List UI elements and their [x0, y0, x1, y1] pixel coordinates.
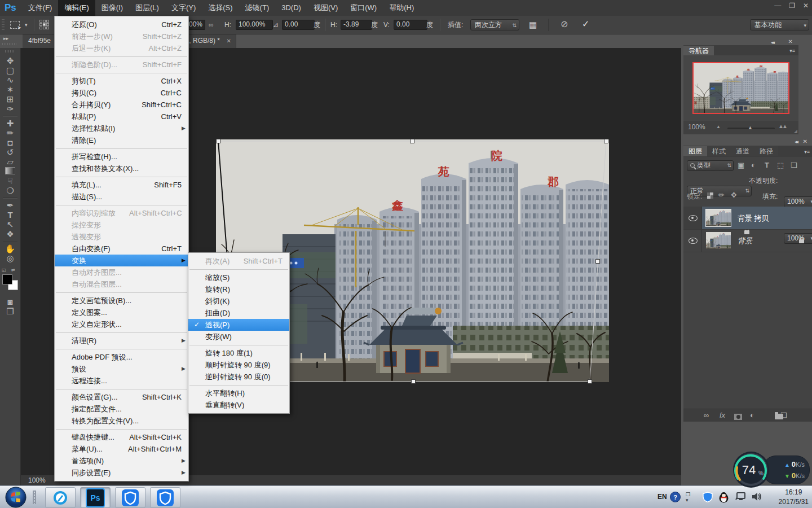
menu-view[interactable]: 视图(V)	[307, 0, 344, 16]
menu-layer[interactable]: 图层(L)	[129, 0, 165, 16]
volume-icon[interactable]	[751, 492, 762, 502]
navigator-thumbnail[interactable]	[692, 62, 789, 114]
tab-styles[interactable]: 样式	[707, 146, 731, 156]
menu-item-clear[interactable]: 清除(E)	[55, 134, 188, 146]
magic-wand-tool[interactable]: ✶	[0, 85, 20, 94]
path-selection-tool[interactable]: ↖	[0, 220, 20, 229]
layers-collapse-icon[interactable]: ◂◂	[795, 139, 797, 144]
lasso-tool[interactable]: ∿	[0, 75, 20, 85]
submenu-item-rotate-180[interactable]: 旋转 180 度(1)	[188, 347, 289, 359]
layer-row-background-copy[interactable]: 背景 拷贝	[683, 207, 812, 230]
input-method-help-icon[interactable]: ?	[670, 492, 681, 502]
default-colors-icon[interactable]: ◱	[2, 268, 6, 273]
commit-transform-icon[interactable]: ✓	[582, 19, 589, 29]
eyedropper-tool[interactable]: ✑	[0, 104, 20, 113]
navigator-zoom-slider[interactable]: ▲	[727, 128, 775, 129]
navigator-tab[interactable]: 导航器	[683, 46, 714, 56]
tab-channels[interactable]: 通道	[731, 146, 754, 156]
navigator-panel-menu-icon[interactable]: ▾≡	[789, 48, 795, 54]
navigator-zoom-in-icon[interactable]: ▲▲	[778, 123, 786, 129]
new-layer-icon[interactable]: ❏	[780, 411, 787, 419]
submenu-item-flip-horizontal[interactable]: 水平翻转(H)	[188, 387, 289, 399]
status-zoom-level[interactable]: 100%	[28, 476, 46, 484]
menu-file[interactable]: 文件(F)	[22, 0, 59, 16]
layers-close-icon[interactable]: ✕	[803, 138, 807, 144]
menu-item-sync-settings[interactable]: 同步设置(E)▶	[55, 467, 188, 479]
submenu-item-rotate-90-cw[interactable]: 顺时针旋转 90 度(9)	[188, 359, 289, 371]
optionsbar-grip[interactable]	[2, 19, 5, 30]
close-button[interactable]: ✕	[803, 2, 809, 10]
menu-edit[interactable]: 编辑(E)	[58, 0, 95, 16]
add-layer-mask-icon[interactable]	[734, 414, 742, 420]
menu-item-undo[interactable]: 还原(O)Ctrl+Z	[55, 19, 188, 30]
smudge-tool[interactable]: ☟	[0, 176, 20, 186]
move-tool[interactable]: ✥	[0, 56, 20, 65]
pen-tool[interactable]: ✒	[0, 200, 20, 210]
layer-name[interactable]: 背景 拷贝	[738, 213, 769, 224]
opacity-dropdown[interactable]: 100%▾	[784, 196, 812, 207]
menu-help[interactable]: 帮助(H)	[383, 0, 420, 16]
tab-close-icon[interactable]: ✕	[227, 34, 231, 48]
lock-position-icon[interactable]: ✥	[731, 191, 737, 199]
menu-item-assign-profile[interactable]: 指定配置文件...	[55, 403, 188, 415]
screen-mode-toggle[interactable]: ❐	[0, 306, 20, 316]
filter-shape-layers-icon[interactable]: ⬚	[777, 161, 784, 169]
menu-item-keyboard-shortcuts[interactable]: 键盘快捷键...Alt+Shift+Ctrl+K	[55, 431, 188, 443]
reference-point-locator[interactable]	[39, 20, 49, 29]
layer-filter-dropdown[interactable]: 类型⇅	[687, 160, 734, 171]
crop-tool[interactable]: ⊞	[0, 94, 20, 104]
skew-v-field[interactable]: 0.00	[394, 20, 427, 30]
menu-item-paste-special[interactable]: 选择性粘贴(I)▶	[55, 122, 188, 134]
lock-pixels-icon[interactable]: ✏	[718, 191, 725, 199]
menu-item-preferences[interactable]: 首选项(N)▶	[55, 455, 188, 467]
interpolation-dropdown[interactable]: 两次立方⇅	[470, 19, 519, 30]
menu-filter[interactable]: 滤镜(T)	[239, 0, 276, 16]
filter-pixel-layers-icon[interactable]: ▣	[738, 161, 744, 169]
menu-item-stroke[interactable]: 描边(S)...	[55, 191, 188, 203]
menu-item-define-brush-preset[interactable]: 定义画笔预设(B)...	[55, 295, 188, 306]
menu-item-define-custom-shape[interactable]: 定义自定形状...	[55, 318, 188, 330]
height-field[interactable]: 100.00%	[236, 20, 273, 30]
foreground-color-swatch[interactable]	[2, 274, 12, 284]
menu-item-presets[interactable]: 预设▶	[55, 363, 188, 375]
menu-item-paste[interactable]: 粘贴(P)Ctrl+V	[55, 111, 188, 122]
menu-item-cut[interactable]: 剪切(T)Ctrl+X	[55, 75, 188, 87]
lock-transparency-icon[interactable]	[707, 192, 713, 199]
history-brush-tool[interactable]: ↺	[0, 147, 20, 157]
start-button[interactable]	[5, 487, 27, 508]
menu-window[interactable]: 窗口(W)	[344, 0, 383, 16]
menu-type[interactable]: 文字(Y)	[165, 0, 202, 16]
layer-thumbnail[interactable]	[706, 209, 731, 226]
filter-adjustment-layers-icon[interactable]: ◐	[751, 161, 756, 169]
tab-scroll-icon[interactable]: ▸▸	[3, 36, 8, 41]
taskbar-app-browser[interactable]	[45, 487, 76, 508]
workspace-switcher[interactable]: 基本功能▾	[750, 19, 809, 30]
menu-select[interactable]: 选择(S)	[202, 0, 239, 16]
taskbar-app-security[interactable]	[150, 487, 180, 508]
warp-mode-toggle-icon[interactable]: ▦	[529, 16, 537, 34]
link-wh-icon[interactable]: ∞	[209, 16, 214, 34]
cancel-transform-icon[interactable]: ⊘	[561, 19, 568, 29]
submenu-item-rotate[interactable]: 旋转(R)	[188, 283, 289, 295]
submenu-item-scale[interactable]: 缩放(S)	[188, 271, 289, 283]
filter-smart-objects-icon[interactable]: ❏	[791, 161, 797, 169]
menu-item-copy-merged[interactable]: 合并拷贝(Y)Shift+Ctrl+C	[55, 99, 188, 111]
submenu-item-distort[interactable]: 扭曲(D)	[188, 307, 289, 319]
navigator-zoom-value[interactable]: 100%	[688, 123, 705, 131]
menu-item-find-replace-text[interactable]: 查找和替换文本(X)...	[55, 163, 188, 174]
layer-visibility-eye-icon[interactable]	[689, 215, 698, 221]
menu-item-purge[interactable]: 清理(R)▶	[55, 335, 188, 347]
tray-expand-icon[interactable]: ❒▾	[686, 492, 690, 503]
submenu-item-warp[interactable]: 变形(W)	[188, 331, 289, 343]
layer-visibility-eye-icon[interactable]	[689, 238, 698, 244]
swap-colors-icon[interactable]: ⇄	[11, 268, 15, 273]
menu-item-convert-to-profile[interactable]: 转换为配置文件(V)...	[55, 415, 188, 427]
navigator-close-icon[interactable]: ✕	[788, 38, 793, 45]
rectangular-marquee-tool[interactable]: ▢	[0, 65, 20, 75]
custom-shape-tool[interactable]: ❖	[0, 229, 20, 239]
navigator-zoom-out-icon[interactable]: ▲	[716, 124, 721, 129]
menu-item-remote-connections[interactable]: 远程连接...	[55, 375, 188, 387]
navigator-slider-thumb[interactable]: ▲	[748, 125, 753, 130]
eraser-tool[interactable]: ▱	[0, 157, 20, 167]
submenu-item-skew[interactable]: 斜切(K)	[188, 295, 289, 307]
